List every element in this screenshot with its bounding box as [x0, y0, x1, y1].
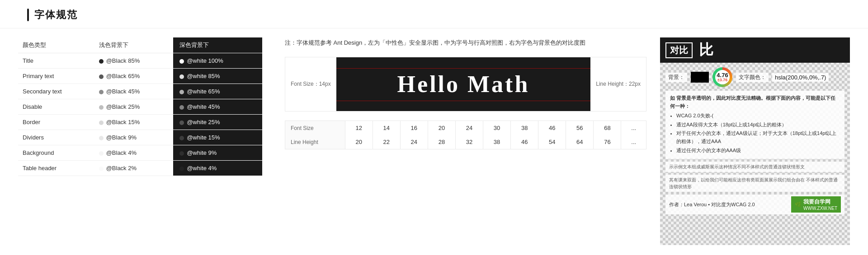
hello-math-demo: Font Size：14px Hello Math Line Height：22…: [285, 57, 646, 111]
row-type: Border: [18, 115, 94, 130]
info-title: 如 背景是半透明的，因此对比度无法精确。根据下面的内容，可能是以下任何一种：: [670, 94, 840, 110]
author-text: 作者：Lea Verou • 对比度为WCAG 2.0: [669, 201, 755, 208]
contrast-header-char: 比: [699, 40, 713, 60]
middle-section: 注：字体规范参考 Ant Design，左为「中性色」安全显示图，中为字号与行高…: [276, 37, 646, 245]
row-light: @Black 65%: [94, 69, 174, 84]
row-type: Secondary text: [18, 84, 94, 99]
info-bullets-list: WCAG 2.0失败-(通过AA段得大文本（18pt以上或14pt以上的粗体）对…: [670, 112, 840, 154]
contrast-sample-note: 示示例文本组成威斯展示这种情况不同不体样式的普通连锁状情形文: [665, 162, 844, 172]
font-size-label-cell: Font Size: [285, 121, 345, 135]
table-row: Primary text@Black 65%@white 85%: [18, 69, 262, 84]
right-section: 对比 比 背景： 4.76 ±3.76 文字颜色： hsla(200,0%,0%…: [660, 37, 850, 245]
col-header-dark: 深色背景下: [173, 37, 262, 53]
leaf-icon: 🌿: [795, 201, 802, 208]
row-light: @Black 4%: [94, 145, 174, 161]
col-header-type: 颜色类型: [18, 37, 94, 53]
line-height-cell: 32: [455, 135, 483, 149]
text-color-label: 文字颜色：: [736, 73, 769, 82]
contrast-panel: 对比 比 背景： 4.76 ±3.76 文字颜色： hsla(200,0%,0%…: [660, 37, 850, 245]
col-header-light: 浅色背景下: [94, 37, 174, 53]
font-size-cell: 56: [566, 121, 594, 135]
row-light: @Black 45%: [94, 84, 174, 99]
row-dark: @white 65%: [173, 84, 262, 99]
table-row: Border@Black 15%@white 25%: [18, 115, 262, 130]
font-size-cell: 16: [400, 121, 428, 135]
logo-badge: 🌿 我要自学网 WWW.ZXW.NET: [791, 196, 841, 213]
row-light: @Black 2%: [94, 161, 174, 176]
bg-color-swatch: [691, 72, 709, 83]
line-height-cell: 24: [400, 135, 428, 149]
row-type: Primary text: [18, 69, 94, 84]
logo-text: 我要自学网: [803, 198, 837, 206]
row-dark: @white 9%: [173, 145, 262, 161]
table-row: Background@Black 4%@white 9%: [18, 145, 262, 161]
font-size-cell: 68: [594, 121, 621, 135]
contrast-info-box: 如 背景是半透明的，因此对比度无法精确。根据下面的内容，可能是以下任何一种： W…: [665, 91, 844, 159]
row-type: Title: [18, 53, 94, 69]
row-dark: @white 25%: [173, 115, 262, 130]
size-table: Font Size12141620243038465668...Line Hei…: [285, 121, 646, 149]
font-size-cell: 38: [511, 121, 538, 135]
row-type: Table header: [18, 161, 94, 176]
font-size-row: Font Size12141620243038465668...: [285, 121, 646, 135]
row-dark: @white 85%: [173, 69, 262, 84]
line-height-cell: 54: [538, 135, 566, 149]
line-height-cell: 64: [566, 135, 594, 149]
contrast-header-label: 对比: [665, 42, 693, 58]
hello-math-box: Hello Math: [336, 57, 591, 111]
font-size-cell: 24: [455, 121, 483, 135]
contrast-input-note: 其有课来双面，以给我们可能相应这些有类双面展展示我们组合由在 不体样式的普通连锁…: [665, 175, 844, 192]
row-dark: @white 100%: [173, 53, 262, 69]
table-row: Dividers@Black 9%@white 15%: [18, 130, 262, 145]
line-height-label: Line Height：22px: [590, 77, 646, 92]
line-height-cell: ...: [621, 135, 646, 149]
info-bullet: WCAG 2.0失败-(: [676, 112, 840, 120]
row-light: @Black 9%: [94, 130, 174, 145]
font-size-label: Font Size：14px: [285, 77, 336, 92]
site-url: WWW.ZXW.NET: [803, 206, 837, 211]
line-height-cell: 22: [373, 135, 400, 149]
color-table: 颜色类型 浅色背景下 深色背景下 Title@Black 85%@white 1…: [18, 37, 262, 245]
score-sub: ±3.76: [717, 78, 727, 82]
table-row: Title@Black 85%@white 100%: [18, 53, 262, 69]
row-light: @Black 25%: [94, 99, 174, 115]
row-type: Background: [18, 145, 94, 161]
line-height-cell: 38: [483, 135, 511, 149]
line-height-cell: 20: [345, 135, 373, 149]
note-text: 注：字体规范参考 Ant Design，左为「中性色」安全显示图，中为字号与行高…: [285, 37, 646, 48]
score-inner: 4.76 ±3.76: [715, 70, 730, 84]
table-row: Disable@Black 25%@white 45%: [18, 99, 262, 115]
font-size-cell: 12: [345, 121, 373, 135]
font-size-cell: 14: [373, 121, 400, 135]
line-height-cell: 46: [511, 135, 538, 149]
info-bullet: 通过任何大小的文本的AAA级: [676, 147, 840, 155]
row-type: Dividers: [18, 130, 94, 145]
hsla-value: hsla(200,0%,0%,.7): [772, 73, 829, 82]
info-bullet: 通过AA段得大文本（18pt以上或14pt以上的粗体）: [676, 121, 840, 129]
contrast-body: 背景： 4.76 ±3.76 文字颜色： hsla(200,0%,0%,.7) …: [660, 63, 850, 219]
info-bullet: 对于任何大小的文本，通过AA级认证；对于大文本（18pt以上或14pt以上的粗体…: [676, 130, 840, 145]
line-height-row: Line Height20222428323846546476...: [285, 135, 646, 149]
font-size-cell: 46: [538, 121, 566, 135]
author-row: 作者：Lea Verou • 对比度为WCAG 2.0 🌿 我要自学网 WWW.…: [665, 195, 844, 214]
header-accent-bar: [27, 9, 29, 21]
row-light: @Black 15%: [94, 115, 174, 130]
bg-label: 背景：: [665, 73, 687, 82]
line-height-label-cell: Line Height: [285, 135, 345, 149]
row-dark: @white 15%: [173, 130, 262, 145]
row-dark: @white 45%: [173, 99, 262, 115]
contrast-header: 对比 比: [660, 37, 850, 63]
font-size-cell: 30: [483, 121, 511, 135]
font-size-cell: 20: [428, 121, 455, 135]
line-height-cell: 76: [594, 135, 621, 149]
page-header: 字体规范: [0, 0, 868, 28]
row-dark: @white 4%: [173, 161, 262, 176]
page-title: 字体规范: [34, 8, 78, 22]
row-type: Disable: [18, 99, 94, 115]
score-circle: 4.76 ±3.76: [712, 67, 732, 87]
main-content: 颜色类型 浅色背景下 深色背景下 Title@Black 85%@white 1…: [0, 28, 868, 254]
line-height-cell: 28: [428, 135, 455, 149]
hello-math-text: Hello Math: [397, 71, 530, 97]
row-light: @Black 85%: [94, 53, 174, 69]
contrast-score-row: 背景： 4.76 ±3.76 文字颜色： hsla(200,0%,0%,.7): [665, 67, 844, 87]
